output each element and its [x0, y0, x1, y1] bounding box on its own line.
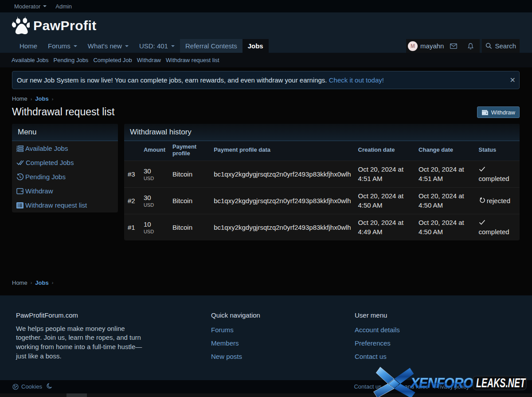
svg-text:XENFORO: XENFORO	[410, 375, 473, 391]
svg-text:LEAKS.NET: LEAKS.NET	[476, 376, 526, 390]
